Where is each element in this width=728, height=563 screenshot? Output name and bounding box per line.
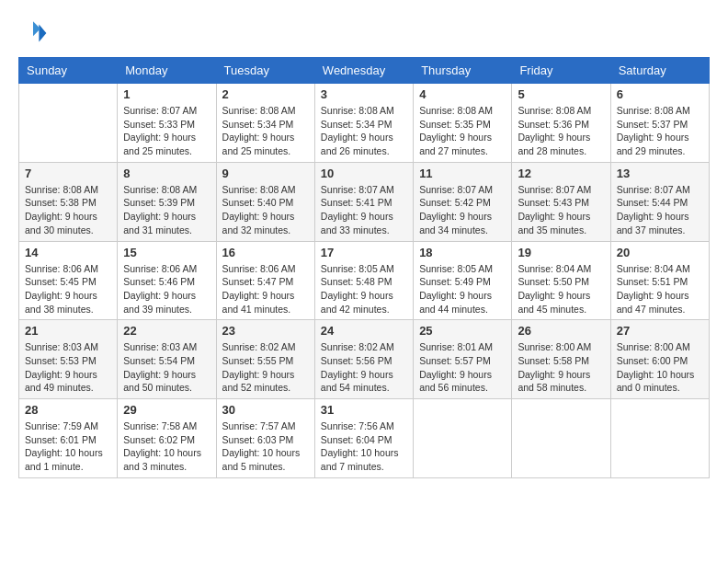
day-number: 19 [518,246,604,259]
day-info: Sunrise: 8:08 AM Sunset: 5:36 PM Dayligh… [518,104,604,158]
day-number: 12 [518,167,604,180]
col-header-monday: Monday [118,58,216,84]
calendar-cell: 2Sunrise: 8:08 AM Sunset: 5:34 PM Daylig… [216,84,314,163]
day-number: 11 [419,167,506,180]
day-info: Sunrise: 7:57 AM Sunset: 6:03 PM Dayligh… [222,419,309,474]
day-info: Sunrise: 8:08 AM Sunset: 5:34 PM Dayligh… [321,104,407,158]
day-info: Sunrise: 8:00 AM Sunset: 6:00 PM Dayligh… [617,340,703,395]
calendar-cell: 7Sunrise: 8:08 AM Sunset: 5:38 PM Daylig… [19,162,118,241]
day-number: 25 [419,324,506,338]
day-number: 15 [123,246,210,259]
calendar-cell: 28Sunrise: 7:59 AM Sunset: 6:01 PM Dayli… [19,399,118,478]
calendar-cell: 19Sunrise: 8:04 AM Sunset: 5:50 PM Dayli… [512,241,610,320]
day-number: 2 [222,87,309,101]
calendar-cell [512,399,610,478]
calendar-cell: 17Sunrise: 8:05 AM Sunset: 5:48 PM Dayli… [314,241,413,320]
day-number: 18 [419,246,506,259]
day-number: 17 [321,246,407,259]
calendar-cell: 11Sunrise: 8:07 AM Sunset: 5:42 PM Dayli… [414,162,512,241]
calendar-week-row: 14Sunrise: 8:06 AM Sunset: 5:45 PM Dayli… [19,241,710,320]
day-number: 13 [617,167,703,180]
calendar-cell: 14Sunrise: 8:06 AM Sunset: 5:45 PM Dayli… [19,241,118,320]
calendar-cell: 3Sunrise: 8:08 AM Sunset: 5:34 PM Daylig… [314,84,413,163]
day-info: Sunrise: 8:08 AM Sunset: 5:40 PM Dayligh… [222,183,309,237]
day-number: 14 [25,246,111,259]
page-header [18,18,710,48]
col-header-thursday: Thursday [414,58,512,84]
day-info: Sunrise: 8:05 AM Sunset: 5:48 PM Dayligh… [321,262,407,316]
calendar-cell: 10Sunrise: 8:07 AM Sunset: 5:41 PM Dayli… [314,162,413,241]
calendar-cell: 9Sunrise: 8:08 AM Sunset: 5:40 PM Daylig… [216,162,314,241]
calendar-cell [19,84,118,163]
col-header-sunday: Sunday [19,58,118,84]
day-info: Sunrise: 8:08 AM Sunset: 5:38 PM Dayligh… [25,183,111,237]
day-info: Sunrise: 8:08 AM Sunset: 5:37 PM Dayligh… [617,104,703,158]
calendar-cell: 26Sunrise: 8:00 AM Sunset: 5:58 PM Dayli… [512,320,610,399]
day-info: Sunrise: 8:07 AM Sunset: 5:44 PM Dayligh… [617,183,703,237]
day-number: 27 [617,324,703,338]
calendar-header-row: SundayMondayTuesdayWednesdayThursdayFrid… [19,58,710,84]
day-number: 1 [123,87,210,101]
day-info: Sunrise: 8:08 AM Sunset: 5:39 PM Dayligh… [123,183,210,237]
day-number: 21 [25,324,111,338]
calendar-week-row: 21Sunrise: 8:03 AM Sunset: 5:53 PM Dayli… [19,320,710,399]
calendar-cell: 12Sunrise: 8:07 AM Sunset: 5:43 PM Dayli… [512,162,610,241]
calendar-cell [414,399,512,478]
day-number: 30 [222,403,309,417]
calendar-cell: 24Sunrise: 8:02 AM Sunset: 5:56 PM Dayli… [314,320,413,399]
calendar-cell: 4Sunrise: 8:08 AM Sunset: 5:35 PM Daylig… [414,84,512,163]
day-info: Sunrise: 7:59 AM Sunset: 6:01 PM Dayligh… [25,419,111,474]
day-number: 5 [518,87,604,101]
day-number: 10 [321,167,407,180]
calendar-cell: 30Sunrise: 7:57 AM Sunset: 6:03 PM Dayli… [216,399,314,478]
col-header-wednesday: Wednesday [314,58,413,84]
day-info: Sunrise: 8:05 AM Sunset: 5:49 PM Dayligh… [419,262,506,316]
day-number: 29 [123,403,210,417]
day-info: Sunrise: 8:07 AM Sunset: 5:43 PM Dayligh… [518,183,604,237]
day-number: 23 [222,324,309,338]
day-number: 20 [617,246,703,259]
day-info: Sunrise: 8:00 AM Sunset: 5:58 PM Dayligh… [518,340,604,395]
day-info: Sunrise: 8:06 AM Sunset: 5:47 PM Dayligh… [222,262,309,316]
col-header-friday: Friday [512,58,610,84]
calendar-cell: 23Sunrise: 8:02 AM Sunset: 5:55 PM Dayli… [216,320,314,399]
day-number: 24 [321,324,407,338]
logo [18,18,51,48]
day-info: Sunrise: 8:03 AM Sunset: 5:54 PM Dayligh… [123,340,210,395]
calendar-cell: 29Sunrise: 7:58 AM Sunset: 6:02 PM Dayli… [118,399,216,478]
col-header-saturday: Saturday [610,58,709,84]
day-info: Sunrise: 8:07 AM Sunset: 5:33 PM Dayligh… [123,104,210,158]
day-number: 6 [617,87,703,101]
calendar-week-row: 28Sunrise: 7:59 AM Sunset: 6:01 PM Dayli… [19,399,710,478]
day-info: Sunrise: 8:06 AM Sunset: 5:46 PM Dayligh… [123,262,210,316]
calendar-week-row: 7Sunrise: 8:08 AM Sunset: 5:38 PM Daylig… [19,162,710,241]
day-number: 16 [222,246,309,259]
day-number: 8 [123,167,210,180]
calendar-cell: 5Sunrise: 8:08 AM Sunset: 5:36 PM Daylig… [512,84,610,163]
calendar-week-row: 1Sunrise: 8:07 AM Sunset: 5:33 PM Daylig… [19,84,710,163]
day-info: Sunrise: 8:07 AM Sunset: 5:41 PM Dayligh… [321,183,407,237]
day-number: 7 [25,167,111,180]
day-info: Sunrise: 8:03 AM Sunset: 5:53 PM Dayligh… [25,340,111,395]
calendar-table: SundayMondayTuesdayWednesdayThursdayFrid… [18,57,710,478]
calendar-cell: 13Sunrise: 8:07 AM Sunset: 5:44 PM Dayli… [610,162,709,241]
calendar-cell: 18Sunrise: 8:05 AM Sunset: 5:49 PM Dayli… [414,241,512,320]
calendar-cell: 21Sunrise: 8:03 AM Sunset: 5:53 PM Dayli… [19,320,118,399]
logo-icon [18,18,48,48]
calendar-cell: 6Sunrise: 8:08 AM Sunset: 5:37 PM Daylig… [610,84,709,163]
day-number: 28 [25,403,111,417]
day-info: Sunrise: 8:02 AM Sunset: 5:56 PM Dayligh… [321,340,407,395]
day-info: Sunrise: 8:08 AM Sunset: 5:35 PM Dayligh… [419,104,506,158]
day-number: 26 [518,324,604,338]
day-info: Sunrise: 7:58 AM Sunset: 6:02 PM Dayligh… [123,419,210,474]
calendar-cell: 8Sunrise: 8:08 AM Sunset: 5:39 PM Daylig… [118,162,216,241]
calendar-cell: 20Sunrise: 8:04 AM Sunset: 5:51 PM Dayli… [610,241,709,320]
calendar-cell: 22Sunrise: 8:03 AM Sunset: 5:54 PM Dayli… [118,320,216,399]
day-info: Sunrise: 7:56 AM Sunset: 6:04 PM Dayligh… [321,419,407,474]
calendar-cell: 31Sunrise: 7:56 AM Sunset: 6:04 PM Dayli… [314,399,413,478]
calendar-cell: 15Sunrise: 8:06 AM Sunset: 5:46 PM Dayli… [118,241,216,320]
day-info: Sunrise: 8:04 AM Sunset: 5:51 PM Dayligh… [617,262,703,316]
calendar-cell [610,399,709,478]
day-info: Sunrise: 8:06 AM Sunset: 5:45 PM Dayligh… [25,262,111,316]
svg-marker-0 [39,24,46,41]
